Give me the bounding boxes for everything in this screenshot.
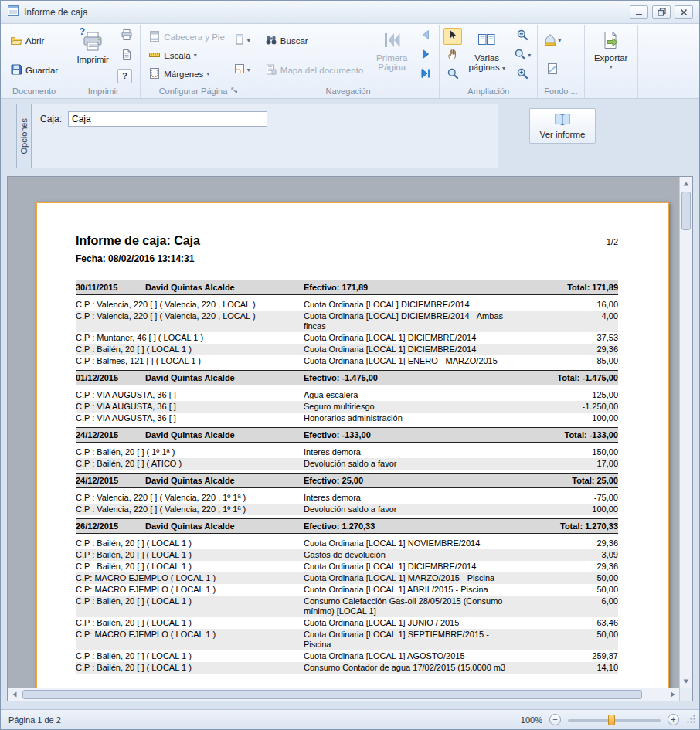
opciones-tab[interactable]: Opciones [16, 104, 32, 168]
report-book-icon [553, 113, 572, 128]
scroll-down-button[interactable] [680, 674, 692, 688]
maximize-button[interactable] [652, 5, 671, 19]
zoom-in-statusbar-button[interactable]: + [668, 714, 679, 725]
margenes-button[interactable]: Márgenes ▾ [144, 65, 229, 83]
scroll-left-button[interactable] [8, 688, 21, 701]
paper-size-icon [233, 63, 246, 78]
minimize-button[interactable] [630, 5, 648, 19]
mapa-documento-button[interactable]: Mapa del documento [261, 61, 367, 80]
report-group-header: 30/11/2015David Quintas AlcaldeEfectivo:… [76, 280, 618, 295]
ver-informe-button[interactable]: Ver informe [529, 108, 596, 144]
escala-button[interactable]: Escala ▾ [144, 46, 229, 65]
scale-icon [148, 49, 161, 63]
watermark-icon [546, 63, 559, 78]
zoom-button[interactable]: ▾ [511, 47, 533, 64]
abrir-button[interactable]: Abrir [6, 32, 62, 50]
multiple-pages-icon [477, 30, 497, 52]
report-row: C.P : VIA AUGUSTA, 36 [ ]Seguro multirie… [76, 401, 618, 413]
zoom-in-button[interactable] [511, 66, 533, 83]
page-color-button[interactable]: ▾ [542, 32, 563, 49]
ribbon-group-documento: Abrir Guardar Documento [2, 25, 66, 98]
hand-tool-button[interactable] [443, 47, 462, 64]
dropdown-caret-icon: ▾ [247, 67, 250, 73]
dropdown-caret-icon: ▾ [528, 53, 531, 59]
page-indicator: 1/2 [607, 237, 618, 246]
restore-icon [658, 8, 666, 16]
caja-input[interactable] [68, 111, 267, 127]
ribbon-group-fondo: ▾ Fondo ... [538, 25, 584, 98]
parameters-panel: Opciones Caja: Ver informe [1, 99, 699, 176]
save-icon [10, 63, 22, 77]
statusbar: Página 1 de 2 100% − + [1, 709, 699, 729]
zoom-in-icon [516, 67, 528, 83]
report-row: C.P: MACRO EJEMPLO ( LOCAL 1 )Cuota Ordi… [76, 629, 618, 650]
report-group: 24/12/2015David Quintas AlcaldeEfectivo:… [76, 427, 618, 470]
report-row: C.P : Muntaner, 46 [ ] ( LOCAL 1 )Cuota … [76, 332, 618, 344]
report-table: 30/11/2015David Quintas AlcaldeEfectivo:… [76, 280, 618, 674]
zoom-out-button[interactable] [511, 28, 533, 45]
dropdown-caret-icon: ▾ [610, 64, 613, 70]
open-folder-icon [10, 34, 22, 48]
report-row: C.P : Bailén, 20 [ ] ( LOCAL 1 )Cuota Or… [76, 561, 618, 572]
pagina-siguiente-button[interactable] [416, 47, 435, 64]
app-icon [7, 5, 19, 20]
parameters-box: Caja: [32, 104, 498, 168]
scrollbar-corner [679, 688, 692, 701]
ribbon-group-navegacion: Buscar Mapa del documento Primera Página [257, 25, 440, 98]
vertical-scroll-thumb[interactable] [681, 192, 691, 230]
orientation-button[interactable]: ▾ [231, 32, 253, 49]
imprimir-button[interactable]: ? Imprimir [70, 26, 115, 85]
report-title: Informe de caja: Caja [76, 234, 200, 248]
scroll-right-button[interactable] [666, 688, 679, 701]
report-row: C.P: MACRO EJEMPLO ( LOCAL 1 )Cuota Ordi… [76, 584, 618, 596]
zoom-slider[interactable] [568, 714, 661, 726]
magnifier-tool-button[interactable] [443, 66, 462, 83]
zoom-out-statusbar-button[interactable]: − [549, 714, 561, 725]
ribbon-group-configurar-pagina: Cabecera y Pie Escala ▾ Márgenes ▾ [141, 25, 257, 98]
report-group-header: 24/12/2015David Quintas AlcaldeEfectivo:… [76, 427, 618, 443]
ultima-pagina-button[interactable] [416, 66, 435, 83]
zoom-slider-thumb[interactable] [608, 715, 615, 725]
printer-icon: ? [81, 30, 104, 53]
buscar-button[interactable]: Buscar [261, 32, 367, 50]
dropdown-caret-icon: ▾ [247, 38, 250, 44]
help-button[interactable]: ? [117, 69, 132, 83]
page-setup-button[interactable] [117, 48, 136, 65]
primera-pagina-button[interactable]: Primera Página [369, 26, 414, 85]
dropdown-caret-icon: ▾ [194, 53, 197, 59]
paper-size-button[interactable]: ▾ [231, 62, 253, 79]
caja-label: Caja: [40, 111, 62, 127]
close-button[interactable] [675, 5, 693, 19]
ribbon-toolbar: Abrir Guardar Documento ? Impri [1, 24, 699, 99]
report-group-header: 24/12/2015David Quintas AlcaldeEfectivo:… [76, 473, 618, 488]
cursor-arrow-icon [447, 29, 459, 44]
pointer-tool-button[interactable] [443, 28, 462, 45]
watermark-button[interactable] [542, 62, 563, 79]
cabecera-pie-button[interactable]: Cabecera y Pie [144, 28, 229, 46]
close-icon [680, 8, 688, 16]
report-row: C.P : Valencia, 220 [ ] ( Valencia, 220 … [76, 311, 618, 332]
horizontal-scroll-thumb[interactable] [22, 690, 642, 699]
report-row: C.P : Bailén, 20 [ ] ( LOCAL 1 )Cuota Or… [76, 617, 618, 629]
dropdown-caret-icon: ▾ [206, 71, 209, 77]
resize-grip[interactable] [686, 714, 696, 725]
window-title: Informe de caja [24, 7, 88, 18]
exportar-button[interactable]: Exportar ▾ [589, 26, 634, 85]
dialog-launcher-icon[interactable] [231, 86, 238, 97]
print-preview-window: Informe de caja Abrir [0, 0, 700, 730]
page-count-label: Página 1 de 2 [8, 715, 61, 725]
scroll-up-button[interactable] [680, 177, 692, 190]
next-page-icon [419, 47, 433, 64]
magnifier-icon [447, 67, 459, 83]
preview-surface[interactable]: Informe de caja: Caja 1/2 Fecha: 08/02/2… [7, 176, 693, 701]
header-footer-icon [148, 30, 161, 44]
report-date: Fecha: 08/02/2016 13:14:31 [76, 253, 618, 264]
horizontal-scrollbar[interactable] [8, 688, 679, 701]
report-group: 01/12/2015David Quintas AlcaldeEfectivo:… [76, 370, 618, 424]
guardar-button[interactable]: Guardar [6, 61, 62, 80]
quick-print-button[interactable] [117, 28, 136, 45]
pagina-anterior-button[interactable] [416, 28, 435, 45]
report-row: C.P : Bailén, 20 [ ] ( ATICO )Devolución… [76, 458, 618, 470]
vertical-scrollbar[interactable] [679, 177, 692, 688]
varias-paginas-button[interactable]: Varias páginas ▾ [464, 26, 509, 85]
